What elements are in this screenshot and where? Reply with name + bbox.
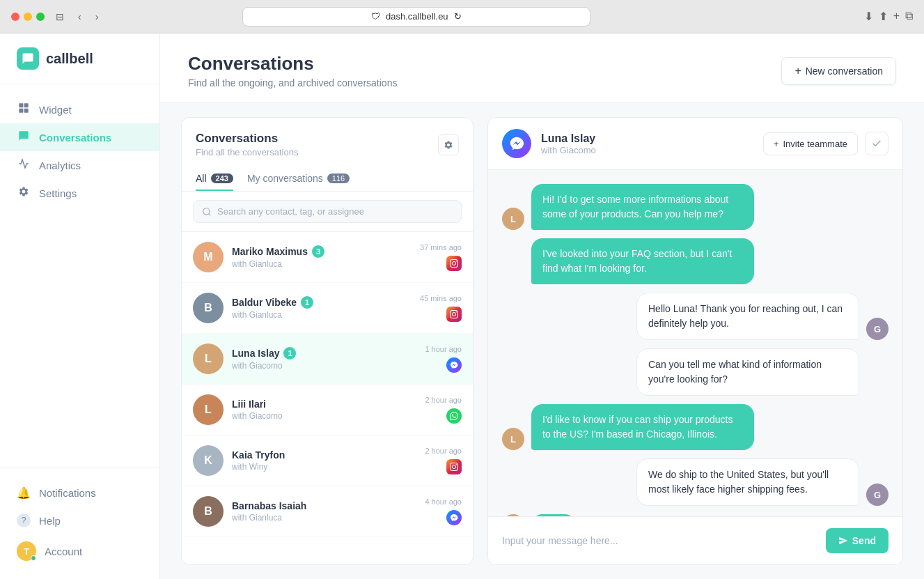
svg-rect-1 [24,103,29,107]
plus-icon: + [774,139,779,149]
forward-btn[interactable]: › [93,8,102,25]
send-label: Send [852,535,876,546]
conv-name-row: Kaia Tryfon [232,449,416,461]
traffic-lights [11,13,45,21]
unread-badge: 1 [301,296,313,309]
messenger-icon [446,510,462,525]
resolve-button[interactable] [865,132,888,155]
widget-icon [17,102,31,116]
avatar-placeholder: G [866,318,888,340]
refresh-icon: ↻ [454,11,462,22]
download-icon[interactable]: ⬇ [864,10,873,23]
avatar-placeholder: L [193,343,224,374]
message-row: Can you tell me what kind of information… [502,348,888,396]
chat-input-area: Send [488,516,902,564]
list-item[interactable]: K Kaia Tryfon with Winy 2 hour ago [182,435,473,486]
conv-time: 4 hour ago [425,497,462,506]
message-bubble: I've looked into your FAQ section, but I… [531,238,754,284]
sidebar-item-analytics[interactable]: Analytics [0,151,159,179]
list-item[interactable]: L Liii Ilari with Giacomo 2 hour ago [182,385,473,435]
new-tab-icon[interactable]: + [893,10,900,23]
sidebar-item-settings[interactable]: Settings [0,179,159,207]
logo-icon [17,47,39,70]
invite-teammate-button[interactable]: + Invite teammate [763,132,858,155]
sidebar-toggle-btn[interactable]: ⊟ [53,8,67,25]
unread-badge: 3 [312,245,324,258]
right-panel: Luna Islay with Giacomo + Invite teammat… [487,117,903,565]
conv-meta: 1 hour ago [425,345,462,373]
conv-time: 2 hour ago [425,396,462,404]
conv-sub: with Gianluca [232,310,412,320]
tab-my-conversations[interactable]: My conversations 116 [247,167,350,191]
conversations-settings-button[interactable] [438,134,459,155]
message-input[interactable] [502,535,817,546]
avatar-placeholder: G [866,484,888,506]
sidebar-item-conversations[interactable]: Conversations [0,123,159,151]
tab-all-label: All [196,173,207,184]
message-row: We do ship to the United States, but you… [502,458,888,506]
avatar-placeholder: K [193,445,224,476]
notifications-label: Notifications [39,487,96,499]
message-avatar: G [866,318,888,340]
address-bar[interactable]: 🛡 dash.callbell.eu ↻ [242,7,590,26]
list-item[interactable]: L Luna Islay 1 with Giacomo 1 hour ago [182,334,473,385]
share-icon[interactable]: ⬆ [879,10,888,23]
page-header: Conversations Find all the ongoing, and … [160,33,924,103]
tab-mine-badge: 116 [327,173,350,183]
left-panel-subtitle: Find all the conversations [196,147,298,157]
app: callbell Widget Conversations Analytics [0,33,924,579]
list-item[interactable]: M Mariko Maximus 3 with Gianluca 37 mins… [182,232,473,283]
new-conversation-button[interactable]: + New conversation [781,57,896,85]
page-subtitle: Find all the ongoing, and archived conve… [188,77,397,88]
avatar-placeholder: L [502,428,524,450]
sidebar-item-help[interactable]: ? Help [0,507,159,534]
send-button[interactable]: Send [826,528,888,553]
message-bubble: Hi! I'd to get some more informations ab… [531,184,754,230]
conv-sub: with Gianluca [232,513,416,523]
conv-name-row: Luna Islay 1 [232,347,416,360]
main-content: Conversations Find all the ongoing, and … [160,33,924,579]
conv-name-row: Mariko Maximus 3 [232,245,412,258]
svg-rect-3 [24,109,29,113]
page-title: Conversations [188,53,397,75]
sidebar-item-label-settings: Settings [39,187,77,199]
chat-header: Luna Islay with Giacomo + Invite teammat… [488,118,902,170]
minimize-btn[interactable] [24,13,32,21]
help-icon: ? [17,514,31,527]
chat-channel-icon [502,129,531,158]
conv-name: Liii Ilari [232,399,266,410]
avatar-placeholder: L [193,394,224,425]
sidebar-item-account[interactable]: T Account [0,534,159,568]
avatar: B [193,496,224,527]
left-panel-header: Conversations Find all the conversations… [182,118,473,192]
avatar: L [193,343,224,374]
avatar: B [193,293,224,323]
tabs-icon[interactable]: ⧉ [905,10,913,23]
message-avatar: L [502,428,524,450]
close-btn[interactable] [11,13,19,21]
left-panel: Conversations Find all the conversations… [181,117,473,565]
new-conversation-label: New conversation [806,65,883,77]
chat-contact-sub: with Giacomo [541,145,753,155]
avatar-placeholder: M [193,242,224,272]
svg-point-4 [203,208,210,214]
sidebar-item-label-conversations: Conversations [39,132,111,144]
sidebar-item-notifications[interactable]: 🔔 Notifications [0,479,159,507]
conv-name-row: Barnabas Isaiah [232,500,416,511]
search-input[interactable] [217,206,453,217]
conv-meta: 45 mins ago [420,294,462,322]
instagram-icon [446,307,462,322]
list-item[interactable]: B Baldur Vibeke 1 with Gianluca 45 mins … [182,283,473,334]
search-bar [182,192,473,232]
account-avatar: T [17,541,36,561]
back-btn[interactable]: ‹ [75,8,84,25]
maximize-btn[interactable] [36,13,45,21]
url-text: dash.callbell.eu [386,11,448,22]
left-panel-title-group: Conversations Find all the conversations [196,132,298,157]
sidebar-item-widget[interactable]: Widget [0,95,159,123]
list-item[interactable]: B Barnabas Isaiah with Gianluca 4 hour a… [182,486,473,537]
avatar-placeholder: B [193,293,224,323]
tab-all[interactable]: All 243 [196,167,233,191]
conv-info: Baldur Vibeke 1 with Gianluca [232,296,412,320]
conv-sub: with Gianluca [232,259,412,269]
